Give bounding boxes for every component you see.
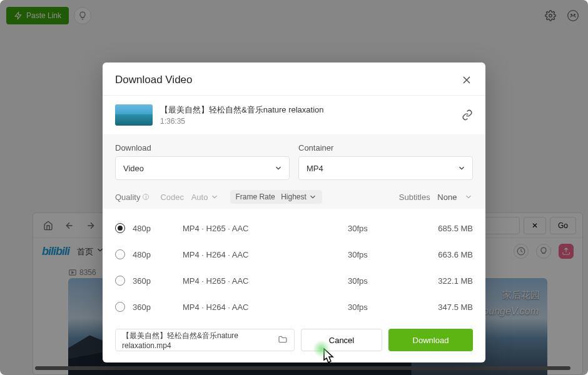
video-title: 【最美自然】轻松自然&音乐nature relaxation: [160, 104, 454, 116]
download-label: Download: [115, 143, 290, 152]
radio-icon[interactable]: [115, 223, 125, 233]
download-button[interactable]: Download: [388, 329, 473, 351]
video-thumb-sm: [115, 104, 153, 126]
video-duration: 1:36:35: [160, 117, 454, 126]
cancel-button[interactable]: Cancel: [301, 329, 382, 351]
quality-row[interactable]: 480p MP4 · H264 · AAC 30fps 663.6 MB: [115, 241, 473, 268]
radio-icon[interactable]: [115, 276, 125, 286]
q-size: 685.5 MB: [398, 224, 473, 233]
q-res: 360p: [133, 276, 183, 286]
q-res: 480p: [133, 224, 183, 233]
info-icon[interactable]: i: [143, 194, 149, 200]
framerate-select[interactable]: Frame Rate Highest: [230, 190, 322, 204]
quality-header: Qualityi: [115, 192, 149, 202]
codec-select[interactable]: Codec Auto: [160, 192, 219, 202]
q-fps: 30fps: [348, 302, 398, 312]
q-fmt: MP4 · H264 · AAC: [183, 250, 348, 259]
download-select[interactable]: Video: [115, 156, 290, 180]
container-select[interactable]: MP4: [298, 156, 473, 180]
link-icon[interactable]: [462, 109, 473, 121]
q-size: 663.6 MB: [398, 250, 473, 259]
modal-title: Download Video: [115, 74, 193, 86]
q-fps: 30fps: [348, 250, 398, 259]
radio-icon[interactable]: [115, 249, 125, 259]
q-res: 480p: [133, 250, 183, 259]
q-size: 322.1 MB: [398, 276, 473, 286]
folder-icon[interactable]: [278, 334, 288, 346]
container-label: Container: [298, 143, 473, 152]
q-fps: 30fps: [348, 276, 398, 286]
q-fmt: MP4 · H265 · AAC: [183, 224, 348, 233]
q-fmt: MP4 · H265 · AAC: [183, 276, 348, 286]
quality-row[interactable]: 360p MP4 · H264 · AAC 30fps 347.5 MB: [115, 294, 473, 320]
q-fps: 30fps: [348, 224, 398, 233]
filename-field[interactable]: 【最美自然】轻松自然&音乐nature relaxation.mp4: [115, 329, 295, 351]
close-icon[interactable]: [460, 74, 473, 86]
quality-row[interactable]: 480p MP4 · H265 · AAC 30fps 685.5 MB: [115, 215, 473, 241]
filename-text: 【最美自然】轻松自然&音乐nature relaxation.mp4: [122, 331, 273, 350]
q-size: 347.5 MB: [398, 302, 473, 312]
q-res: 360p: [133, 302, 183, 312]
q-fmt: MP4 · H264 · AAC: [183, 302, 348, 312]
radio-icon[interactable]: [115, 302, 125, 312]
quality-row[interactable]: 360p MP4 · H265 · AAC 30fps 322.1 MB: [115, 268, 473, 294]
subtitles-select[interactable]: Subtitles None: [399, 192, 473, 202]
download-modal: Download Video 【最美自然】轻松自然&音乐nature relax…: [103, 62, 485, 362]
